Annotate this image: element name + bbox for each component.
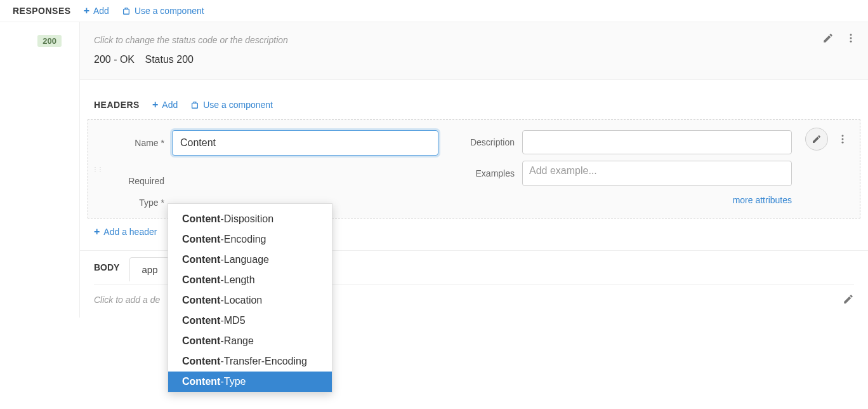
- svg-point-1: [850, 34, 852, 36]
- response-header: Click to change the status code or the d…: [80, 22, 868, 80]
- autocomplete-option[interactable]: Content-Encoding: [168, 229, 332, 250]
- autocomplete-option[interactable]: Content-Disposition: [168, 209, 332, 229]
- component-icon: [190, 100, 199, 109]
- svg-point-3: [850, 41, 852, 43]
- examples-input[interactable]: [522, 161, 792, 186]
- required-label: Required: [95, 176, 164, 186]
- description-label: Description: [457, 137, 515, 147]
- examples-label: Examples: [457, 168, 515, 178]
- status-sidebar: 200: [0, 22, 79, 318]
- description-input[interactable]: [522, 130, 792, 154]
- add-header-top-label: Add: [162, 100, 178, 110]
- add-response-label: Add: [93, 6, 109, 16]
- main-area: 200 Click to change the status code or t…: [0, 22, 868, 318]
- drag-handle[interactable]: ⋮⋮: [92, 166, 102, 173]
- edit-icon[interactable]: [822, 32, 834, 44]
- header-more-icon[interactable]: [837, 133, 848, 145]
- autocomplete-option[interactable]: Content-MD5: [168, 311, 332, 318]
- use-header-component-label: Use a component: [203, 100, 273, 110]
- add-header-label: Add a header: [103, 227, 157, 237]
- status-badge[interactable]: 200: [37, 35, 62, 47]
- more-icon[interactable]: [845, 32, 857, 44]
- body-hint[interactable]: Click to add a de: [94, 295, 160, 305]
- plus-icon: [152, 99, 158, 111]
- name-label: Name *: [95, 138, 164, 148]
- use-header-component-button[interactable]: Use a component: [190, 100, 273, 110]
- edit-header-button[interactable]: [805, 128, 828, 151]
- svg-point-2: [850, 37, 852, 39]
- add-header-button[interactable]: Add a header: [94, 226, 157, 238]
- autocomplete-option[interactable]: Content-Length: [168, 270, 332, 290]
- header-form-actions: [805, 128, 848, 151]
- body-content-type-tab[interactable]: app: [129, 257, 169, 281]
- body-label: BODY: [94, 251, 119, 284]
- use-component-label: Use a component: [135, 6, 204, 16]
- plus-icon: [84, 5, 89, 17]
- plus-icon: [94, 226, 100, 238]
- header-name-autocomplete: Content-DispositionContent-EncodingConte…: [168, 203, 332, 318]
- response-actions: [822, 32, 857, 44]
- add-header-top-button[interactable]: Add: [152, 99, 178, 111]
- svg-point-7: [842, 142, 844, 144]
- headers-bar: HEADERS Add Use a component: [80, 80, 868, 119]
- header-name-input[interactable]: [172, 130, 438, 156]
- add-response-button[interactable]: Add: [84, 5, 109, 17]
- headers-title: HEADERS: [94, 100, 140, 110]
- responses-title: RESPONSES: [13, 6, 71, 16]
- autocomplete-option[interactable]: Content-Language: [168, 250, 332, 270]
- svg-rect-4: [192, 103, 198, 108]
- more-attributes-link[interactable]: more attributes: [457, 195, 792, 205]
- status-text: 200 - OK: [94, 54, 135, 65]
- responses-topbar: RESPONSES Add Use a component: [0, 0, 868, 22]
- status-line: 200 - OK Status 200: [94, 54, 854, 65]
- svg-point-5: [842, 135, 844, 137]
- svg-point-6: [842, 138, 844, 140]
- use-component-button[interactable]: Use a component: [122, 6, 204, 16]
- status-hint[interactable]: Click to change the status code or the d…: [94, 35, 854, 45]
- body-edit-icon[interactable]: [843, 293, 854, 307]
- component-icon: [122, 6, 131, 15]
- autocomplete-option[interactable]: Content-Location: [168, 290, 332, 311]
- status-extra: Status 200: [145, 54, 194, 65]
- type-label: Type *: [95, 198, 164, 208]
- svg-rect-0: [124, 9, 129, 14]
